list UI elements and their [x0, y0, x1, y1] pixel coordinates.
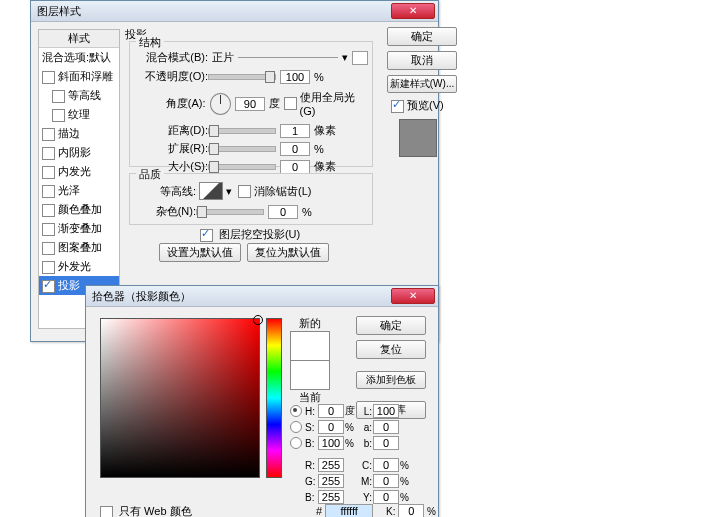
style-label: 描边 — [58, 127, 80, 139]
color-input[interactable] — [318, 420, 344, 434]
style-item[interactable]: 外发光 — [39, 257, 119, 276]
global-light-checkbox[interactable] — [284, 97, 297, 110]
style-checkbox[interactable] — [42, 223, 55, 236]
color-input[interactable] — [373, 404, 399, 418]
contour-label: 等高线: — [136, 184, 196, 199]
color-input[interactable] — [373, 420, 399, 434]
style-item[interactable]: 光泽 — [39, 181, 119, 200]
color-input[interactable] — [318, 490, 344, 504]
color-input[interactable] — [318, 458, 344, 472]
style-label: 内阴影 — [58, 146, 91, 158]
color-input[interactable] — [373, 474, 399, 488]
color-input[interactable] — [373, 490, 399, 504]
color-input[interactable] — [318, 404, 344, 418]
noise-slider[interactable] — [196, 209, 264, 215]
styles-header[interactable]: 样式 — [39, 30, 119, 48]
color-input[interactable] — [373, 436, 399, 450]
new-style-button[interactable]: 新建样式(W)... — [387, 75, 457, 93]
blend-options-row[interactable]: 混合选项:默认 — [39, 48, 119, 67]
style-label: 等高线 — [68, 89, 101, 101]
style-item[interactable]: 图案叠加 — [39, 238, 119, 257]
opacity-slider[interactable] — [208, 74, 276, 80]
style-label: 纹理 — [68, 108, 90, 120]
style-checkbox[interactable] — [52, 90, 65, 103]
style-label: 斜面和浮雕 — [58, 70, 113, 82]
close-icon[interactable]: ✕ — [391, 3, 435, 19]
hex-input[interactable] — [325, 504, 373, 517]
group-quality-label: 品质 — [136, 167, 164, 182]
close-icon[interactable]: ✕ — [391, 288, 435, 304]
model-radio[interactable] — [290, 405, 302, 417]
hash-label: # — [316, 505, 322, 517]
style-item[interactable]: 纹理 — [39, 105, 119, 124]
style-checkbox[interactable] — [52, 109, 65, 122]
style-checkbox[interactable] — [42, 280, 55, 293]
reset-default-button[interactable]: 复位为默认值 — [247, 243, 329, 262]
spread-input[interactable] — [280, 142, 310, 156]
titlebar[interactable]: 图层样式 ✕ — [31, 1, 438, 22]
chevron-down-icon[interactable]: ▾ — [342, 51, 348, 64]
angle-dial[interactable] — [210, 93, 231, 115]
size-input[interactable] — [280, 160, 310, 174]
blend-mode-dropdown[interactable] — [238, 57, 338, 58]
style-item[interactable]: 描边 — [39, 124, 119, 143]
style-item[interactable]: 等高线 — [39, 86, 119, 105]
size-slider[interactable] — [208, 164, 276, 170]
style-item[interactable]: 渐变叠加 — [39, 219, 119, 238]
distance-input[interactable] — [280, 124, 310, 138]
style-item[interactable]: 内阴影 — [39, 143, 119, 162]
style-label: 内发光 — [58, 165, 91, 177]
antialias-checkbox[interactable] — [238, 185, 251, 198]
style-label: 图案叠加 — [58, 241, 102, 253]
style-checkbox[interactable] — [42, 261, 55, 274]
ok-button[interactable]: 确定 — [387, 27, 457, 46]
reset-button[interactable]: 复位 — [356, 340, 426, 359]
add-swatch-button[interactable]: 添加到色板 — [356, 371, 426, 389]
cancel-button[interactable]: 取消 — [387, 51, 457, 70]
blend-mode-value[interactable]: 正片 — [212, 50, 234, 65]
chevron-down-icon[interactable]: ▾ — [226, 185, 232, 198]
style-item[interactable]: 斜面和浮雕 — [39, 67, 119, 86]
antialias-label: 消除锯齿(L) — [254, 184, 311, 199]
model-radio[interactable] — [290, 437, 302, 449]
color-input[interactable] — [318, 474, 344, 488]
model-radio[interactable] — [290, 421, 302, 433]
style-checkbox[interactable] — [42, 147, 55, 160]
style-checkbox[interactable] — [42, 185, 55, 198]
current-swatch[interactable] — [290, 360, 330, 390]
preview-checkbox[interactable] — [391, 100, 404, 113]
spread-slider[interactable] — [208, 146, 276, 152]
opacity-input[interactable] — [280, 70, 310, 84]
styles-list: 样式 混合选项:默认 斜面和浮雕等高线纹理描边内阴影内发光光泽颜色叠加渐变叠加图… — [38, 29, 120, 329]
window-title: 图层样式 — [37, 4, 81, 19]
color-field[interactable] — [100, 318, 260, 478]
style-item[interactable]: 颜色叠加 — [39, 200, 119, 219]
k-input[interactable] — [398, 504, 424, 517]
ok-button[interactable]: 确定 — [356, 316, 426, 335]
hue-slider[interactable] — [266, 318, 282, 478]
knockout-checkbox[interactable] — [200, 229, 213, 242]
make-default-button[interactable]: 设置为默认值 — [159, 243, 241, 262]
pct-label: % — [314, 71, 324, 83]
angle-input[interactable] — [235, 97, 265, 111]
angle-label: 角度(A): — [136, 96, 206, 111]
style-item[interactable]: 内发光 — [39, 162, 119, 181]
style-checkbox[interactable] — [42, 71, 55, 84]
color-input[interactable] — [373, 458, 399, 472]
style-checkbox[interactable] — [42, 166, 55, 179]
style-checkbox[interactable] — [42, 242, 55, 255]
style-checkbox[interactable] — [42, 128, 55, 141]
color-input[interactable] — [318, 436, 344, 450]
noise-input[interactable] — [268, 205, 298, 219]
contour-picker[interactable] — [199, 182, 223, 200]
distance-slider[interactable] — [208, 128, 276, 134]
titlebar[interactable]: 拾色器（投影颜色） ✕ — [86, 286, 438, 307]
style-label: 颜色叠加 — [58, 203, 102, 215]
blend-mode-label: 混合模式(B): — [136, 50, 208, 65]
preview-swatch — [399, 119, 437, 157]
blend-color-swatch[interactable] — [352, 51, 368, 65]
field-cursor-icon — [253, 315, 263, 325]
group-structure-label: 结构 — [136, 35, 164, 50]
style-checkbox[interactable] — [42, 204, 55, 217]
web-only-checkbox[interactable] — [100, 506, 113, 517]
